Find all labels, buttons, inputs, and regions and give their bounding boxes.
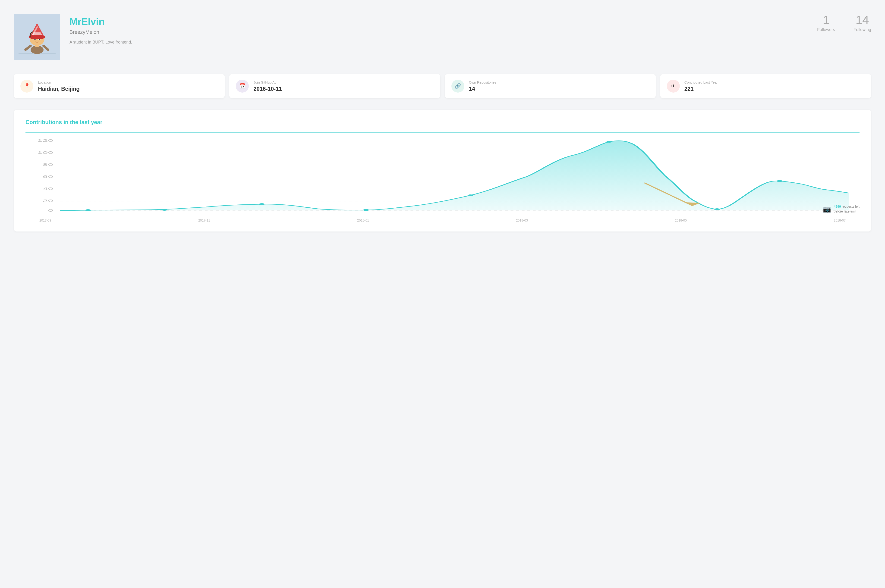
profile-bio: A student in BUPT. Love frontend.	[69, 40, 808, 45]
svg-text:40: 40	[42, 187, 53, 190]
contributed-label: Contributed Last Year	[684, 80, 718, 84]
profile-info: MrElvin BreezyMelon A student in BUPT. L…	[69, 14, 808, 45]
x-axis-label: 2018-03	[516, 219, 528, 222]
repos-icon: 🔗	[451, 80, 464, 93]
profile-section: MrElvin BreezyMelon A student in BUPT. L…	[14, 9, 871, 65]
join-value: 2016-10-11	[253, 86, 282, 92]
location-content: Location Haidian, Beijing	[38, 80, 80, 92]
location-value: Haidian, Beijing	[38, 86, 80, 92]
followers-stat: 1 Followers	[817, 14, 835, 32]
contributions-title: Contributions in the last year	[26, 119, 859, 126]
x-axis-label: 2018-01	[357, 219, 369, 222]
following-stat: 14 Following	[853, 14, 871, 32]
camera-icon: 📷	[823, 206, 831, 213]
following-label: Following	[853, 27, 871, 32]
profile-username: BreezyMelon	[69, 29, 808, 35]
rate-limit-number: 4999	[834, 205, 841, 208]
info-card-location: 📍 Location Haidian, Beijing	[14, 74, 225, 98]
svg-point-37	[777, 180, 783, 182]
join-content: Join GitHub At 2016-10-11	[253, 80, 282, 92]
location-icon: 📍	[20, 80, 33, 93]
svg-text:0: 0	[48, 208, 53, 212]
repos-value: 14	[469, 86, 496, 92]
x-axis-labels: 2017-092017-112018-012018-032018-052018-…	[26, 216, 859, 222]
svg-text:60: 60	[42, 175, 53, 178]
contributed-icon: ✈	[667, 80, 680, 93]
x-axis-label: 2017-09	[39, 219, 51, 222]
svg-text:100: 100	[37, 151, 53, 154]
avatar	[14, 14, 60, 60]
svg-point-30	[85, 209, 91, 211]
svg-text:120: 120	[37, 139, 53, 142]
chart-divider	[26, 132, 859, 133]
join-icon: 📅	[236, 80, 249, 93]
contributed-value: 221	[684, 86, 718, 92]
following-count: 14	[856, 14, 869, 26]
repos-label: Own Repositories	[469, 80, 496, 84]
contribution-chart: 120 100 80 60 40 20 0	[26, 138, 859, 216]
rate-limit-text: 4999 requests leftbefore rate-limit	[834, 204, 859, 214]
chart-container: 120 100 80 60 40 20 0	[26, 132, 859, 222]
location-label: Location	[38, 80, 80, 84]
info-card-contributed: ✈ Contributed Last Year 221	[660, 74, 871, 98]
stats-row: 1 Followers 14 Following	[817, 14, 871, 32]
svg-point-12	[29, 35, 45, 39]
svg-point-34	[467, 195, 473, 196]
svg-point-32	[259, 203, 264, 205]
svg-text:20: 20	[42, 199, 53, 202]
svg-point-31	[162, 209, 167, 211]
info-cards: 📍 Location Haidian, Beijing 📅 Join GitHu…	[14, 74, 871, 98]
repos-content: Own Repositories 14	[469, 80, 496, 92]
chart-area: 120 100 80 60 40 20 0	[26, 138, 859, 216]
profile-name: MrElvin	[69, 16, 808, 27]
svg-point-2	[30, 46, 44, 54]
x-axis-label: 2017-11	[198, 219, 210, 222]
contributed-content: Contributed Last Year 221	[684, 80, 718, 92]
x-axis-label: 2018-07	[834, 219, 846, 222]
svg-point-36	[714, 208, 720, 210]
svg-point-35	[607, 141, 612, 142]
join-label: Join GitHub At	[253, 80, 282, 84]
svg-text:80: 80	[42, 163, 53, 166]
info-card-join: 📅 Join GitHub At 2016-10-11	[229, 74, 440, 98]
info-card-repos: 🔗 Own Repositories 14	[445, 74, 656, 98]
contributions-section: Contributions in the last year 120 100 8…	[14, 110, 871, 231]
followers-label: Followers	[817, 27, 835, 32]
svg-point-33	[363, 209, 369, 211]
x-axis-label: 2018-05	[675, 219, 687, 222]
profile-stats: 1 Followers 14 Following	[817, 14, 871, 32]
rate-limit-note: 📷 4999 requests leftbefore rate-limit	[823, 204, 859, 214]
followers-count: 1	[823, 14, 829, 26]
